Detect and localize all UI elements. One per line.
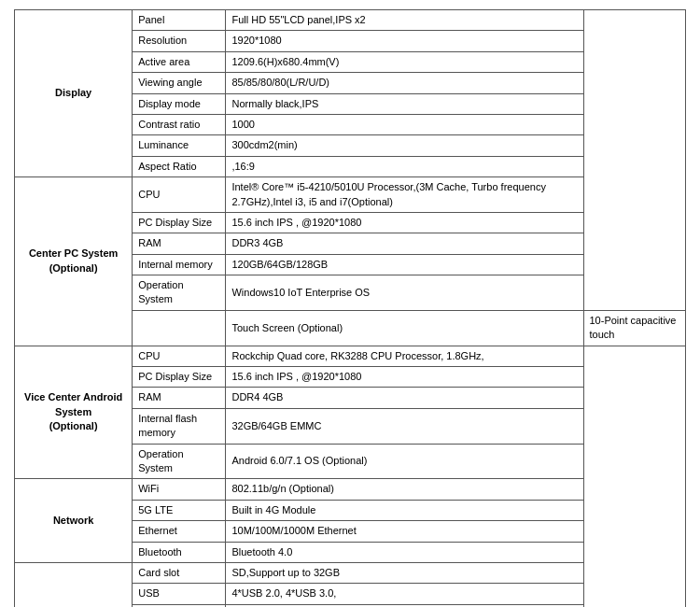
row-label: RAM bbox=[133, 233, 226, 254]
row-value: 300cdm2(min) bbox=[226, 135, 583, 156]
row-label: Display mode bbox=[133, 93, 226, 114]
section-label: Display bbox=[15, 10, 133, 177]
row-label: PC Display Size bbox=[133, 212, 226, 233]
row-value: DDR3 4GB bbox=[226, 233, 583, 254]
row-label: CPU bbox=[133, 177, 226, 213]
row-value: 85/85/80/80(L/R/U/D) bbox=[226, 73, 583, 93]
row-label: Bluetooth bbox=[133, 542, 226, 562]
row-value: Full HD 55"LCD panel,IPS x2 bbox=[226, 10, 583, 31]
row-value: Rockchip Quad core, RK3288 CPU Processor… bbox=[226, 346, 583, 366]
row-value: 1000 bbox=[226, 114, 583, 134]
row-value: 15.6 inch IPS , @1920*1080 bbox=[226, 212, 583, 233]
section-label: Vice Center Android System (Optional) bbox=[15, 346, 133, 479]
row-label: Active area bbox=[133, 51, 226, 72]
row-value: 15.6 inch IPS , @1920*1080 bbox=[226, 367, 583, 388]
row-label: PC Display Size bbox=[133, 367, 226, 388]
row-label: 5G LTE bbox=[133, 500, 226, 520]
row-label: Operation System bbox=[133, 444, 226, 479]
row-label: Operation System bbox=[133, 275, 226, 311]
row-label: Internal flash memory bbox=[133, 408, 226, 444]
row-value: 120GB/64GB/128GB bbox=[226, 254, 583, 275]
row-value: 4*USB 2.0, 4*USB 3.0, bbox=[226, 584, 583, 604]
row-value: Intel® Core™ i5-4210/5010U Processor,(3M… bbox=[226, 177, 583, 213]
row-label: Card slot bbox=[133, 562, 226, 583]
row-value: 32GB/64GB EMMC bbox=[226, 408, 583, 444]
row-value: 1209.6(H)x680.4mm(V) bbox=[226, 51, 583, 72]
row-value: 10M/100M/1000M Ethernet bbox=[226, 521, 583, 542]
row-value: SD,Support up to 32GB bbox=[226, 562, 583, 583]
section-label: Network bbox=[15, 479, 133, 563]
row-value: 1920*1080 bbox=[226, 31, 583, 51]
row-value: Windows10 IoT Enterprise OS bbox=[226, 275, 583, 311]
row-value: Built in 4G Module bbox=[226, 500, 583, 520]
row-value: Normally black,IPS bbox=[226, 93, 583, 114]
row-value: Android 6.0/7.1 OS (Optional) bbox=[226, 444, 583, 479]
row-label: Panel bbox=[133, 10, 226, 31]
spec-table: DisplayPanelFull HD 55"LCD panel,IPS x2R… bbox=[14, 9, 686, 607]
row-value: Bluetooth 4.0 bbox=[226, 542, 583, 562]
sub-spacer bbox=[133, 310, 226, 346]
row-label: USB bbox=[133, 584, 226, 604]
row-value: ,16:9 bbox=[226, 156, 583, 176]
row-label: Resolution bbox=[133, 31, 226, 51]
row-label: WiFi bbox=[133, 479, 226, 500]
row-value: 802.11b/g/n (Optional) bbox=[226, 479, 583, 500]
row-label: Contrast ratio bbox=[133, 114, 226, 134]
row-label: Ethernet bbox=[133, 521, 226, 542]
row-value: 10-Point capacitive touch bbox=[583, 310, 686, 346]
row-label: CPU bbox=[133, 346, 226, 366]
row-label: Viewing angle bbox=[133, 73, 226, 93]
section-label: Center PC System (Optional) bbox=[15, 177, 133, 346]
row-value: DDR4 4GB bbox=[226, 388, 583, 408]
section-label: I/O Interface bbox=[15, 562, 133, 607]
row-label: Luminance bbox=[133, 135, 226, 156]
row-label: Internal memory bbox=[133, 254, 226, 275]
row-label: Touch Screen (Optional) bbox=[226, 310, 583, 346]
row-label: Aspect Ratio bbox=[133, 156, 226, 176]
row-label: RAM bbox=[133, 388, 226, 408]
